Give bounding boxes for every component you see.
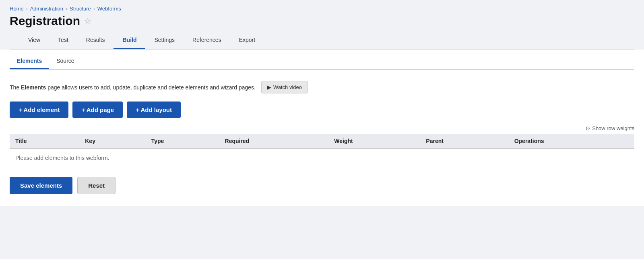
main-tabs-list: View Test Results Build Settings Referen… <box>19 32 625 49</box>
reset-button[interactable]: Reset <box>77 177 116 194</box>
tab-references[interactable]: References <box>184 32 230 49</box>
show-row-weights-row: ⊙ Show row weights <box>10 125 634 131</box>
col-title: Title <box>10 134 79 149</box>
add-page-button[interactable]: + Add page <box>72 102 123 118</box>
add-layout-button[interactable]: + Add layout <box>127 102 181 118</box>
tab-settings[interactable]: Settings <box>145 32 184 49</box>
page-title: Registration <box>10 14 80 28</box>
breadcrumb: Home › Administration › Structure › Webf… <box>10 6 634 12</box>
watch-video-label: Watch video <box>273 84 302 90</box>
content-area: Elements Source The Elements page allows… <box>0 50 644 206</box>
favorite-star-icon[interactable]: ☆ <box>84 16 91 26</box>
info-text: The Elements page allows users to add, u… <box>10 84 256 91</box>
tab-export-link[interactable]: Export <box>230 32 264 49</box>
table-empty-row: Please add elements to this webform. <box>10 149 634 167</box>
breadcrumb-administration[interactable]: Administration <box>30 6 63 12</box>
main-tabs-bar: View Test Results Build Settings Referen… <box>10 32 634 50</box>
table-header-row: Title Key Type Required Weight Parent Op… <box>10 134 634 149</box>
tab-test[interactable]: Test <box>49 32 77 49</box>
col-key: Key <box>79 134 146 149</box>
tab-test-link[interactable]: Test <box>49 32 77 49</box>
breadcrumb-home[interactable]: Home <box>10 6 24 12</box>
header-area: Home › Administration › Structure › Webf… <box>0 0 644 50</box>
breadcrumb-sep-1: › <box>26 6 28 12</box>
table-empty-message: Please add elements to this webform. <box>10 149 634 167</box>
info-highlight: Elements <box>21 84 46 91</box>
elements-table: Title Key Type Required Weight Parent Op… <box>10 134 634 167</box>
action-buttons: + Add element + Add page + Add layout <box>10 102 634 118</box>
sub-tabs-bar: Elements Source <box>10 50 634 70</box>
tab-view-link[interactable]: View <box>19 32 49 49</box>
breadcrumb-structure[interactable]: Structure <box>70 6 91 12</box>
tab-view[interactable]: View <box>19 32 49 49</box>
tab-settings-link[interactable]: Settings <box>145 32 184 49</box>
tab-export[interactable]: Export <box>230 32 264 49</box>
breadcrumb-webforms[interactable]: Webforms <box>97 6 121 12</box>
tab-results-link[interactable]: Results <box>77 32 114 49</box>
col-required: Required <box>219 134 329 149</box>
table-header: Title Key Type Required Weight Parent Op… <box>10 134 634 149</box>
table-body: Please add elements to this webform. <box>10 149 634 167</box>
page-wrapper: Home › Administration › Structure › Webf… <box>0 0 644 259</box>
sub-tab-elements[interactable]: Elements <box>10 54 49 69</box>
info-row: The Elements page allows users to add, u… <box>10 81 634 93</box>
show-row-weights-link[interactable]: ⊙ Show row weights <box>586 125 634 131</box>
tab-build[interactable]: Build <box>114 32 145 49</box>
show-row-weights-label: Show row weights <box>592 125 634 131</box>
breadcrumb-sep-3: › <box>93 6 95 12</box>
tab-results[interactable]: Results <box>77 32 114 49</box>
col-weight: Weight <box>328 134 420 149</box>
save-elements-button[interactable]: Save elements <box>10 177 72 194</box>
add-element-button[interactable]: + Add element <box>10 102 68 118</box>
col-parent: Parent <box>420 134 508 149</box>
page-title-row: Registration ☆ <box>10 14 634 28</box>
col-operations: Operations <box>509 134 634 149</box>
play-icon: ▶ <box>267 84 271 90</box>
breadcrumb-sep-2: › <box>66 6 67 12</box>
col-type: Type <box>146 134 219 149</box>
bottom-buttons: Save elements Reset <box>10 177 634 194</box>
eye-icon: ⊙ <box>586 125 590 131</box>
tab-references-link[interactable]: References <box>184 32 230 49</box>
tab-build-link[interactable]: Build <box>114 32 145 49</box>
sub-tab-source[interactable]: Source <box>49 54 81 69</box>
watch-video-button[interactable]: ▶ Watch video <box>261 81 308 93</box>
